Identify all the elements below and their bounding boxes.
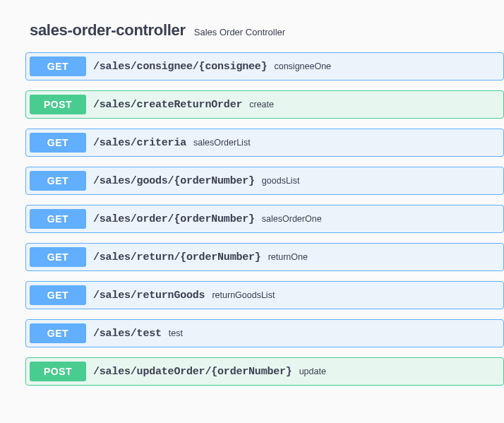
endpoint-summary: consigneeOne <box>274 61 331 71</box>
operation-row[interactable]: POST /sales/createReturnOrder create <box>25 90 504 119</box>
operation-row[interactable]: GET /sales/returnGoods returnGoodsList <box>25 281 504 309</box>
http-method-badge: GET <box>30 209 86 229</box>
http-method-badge: GET <box>30 56 86 76</box>
http-method-badge: GET <box>30 285 86 305</box>
endpoint-summary: salesOrderOne <box>262 214 322 224</box>
endpoint-summary: update <box>299 367 326 376</box>
operations-list: GET /sales/consignee/{consignee} consign… <box>25 52 504 386</box>
tag-name: sales-order-controller <box>30 21 186 40</box>
endpoint-summary: goodsList <box>262 176 300 186</box>
swagger-panel: sales-order-controller Sales Order Contr… <box>0 0 504 386</box>
http-method-badge: POST <box>30 95 86 114</box>
operation-row[interactable]: GET /sales/goods/{orderNumber} goodsList <box>25 167 504 195</box>
endpoint-path: /sales/order/{orderNumber} <box>93 213 255 225</box>
endpoint-path: /sales/test <box>93 328 162 340</box>
endpoint-path: /sales/criteria <box>93 137 186 149</box>
operation-row[interactable]: GET /sales/return/{orderNumber} returnOn… <box>25 243 504 271</box>
endpoint-path: /sales/consignee/{consignee} <box>93 61 267 73</box>
http-method-badge: GET <box>30 133 86 153</box>
operation-row[interactable]: GET /sales/consignee/{consignee} consign… <box>25 52 504 81</box>
endpoint-path: /sales/goods/{orderNumber} <box>93 175 255 187</box>
http-method-badge: GET <box>30 247 86 267</box>
tag-header[interactable]: sales-order-controller Sales Order Contr… <box>30 21 504 40</box>
endpoint-summary: returnOne <box>268 252 308 262</box>
operation-row[interactable]: GET /sales/order/{orderNumber} salesOrde… <box>25 205 504 233</box>
http-method-badge: GET <box>30 323 86 343</box>
operation-row[interactable]: POST /sales/updateOrder/{orderNumber} up… <box>25 357 504 386</box>
endpoint-path: /sales/return/{orderNumber} <box>93 251 261 263</box>
tag-description: Sales Order Controller <box>194 27 285 37</box>
endpoint-path: /sales/updateOrder/{orderNumber} <box>93 366 292 378</box>
endpoint-summary: test <box>169 328 183 338</box>
operation-row[interactable]: GET /sales/criteria salesOrderList <box>25 129 504 157</box>
http-method-badge: POST <box>30 362 86 381</box>
endpoint-path: /sales/returnGoods <box>93 290 205 302</box>
endpoint-path: /sales/createReturnOrder <box>93 99 242 111</box>
endpoint-summary: returnGoodsList <box>212 290 275 300</box>
endpoint-summary: salesOrderList <box>193 138 251 148</box>
operation-row[interactable]: GET /sales/test test <box>25 319 504 347</box>
endpoint-summary: create <box>249 100 274 109</box>
http-method-badge: GET <box>30 171 86 191</box>
